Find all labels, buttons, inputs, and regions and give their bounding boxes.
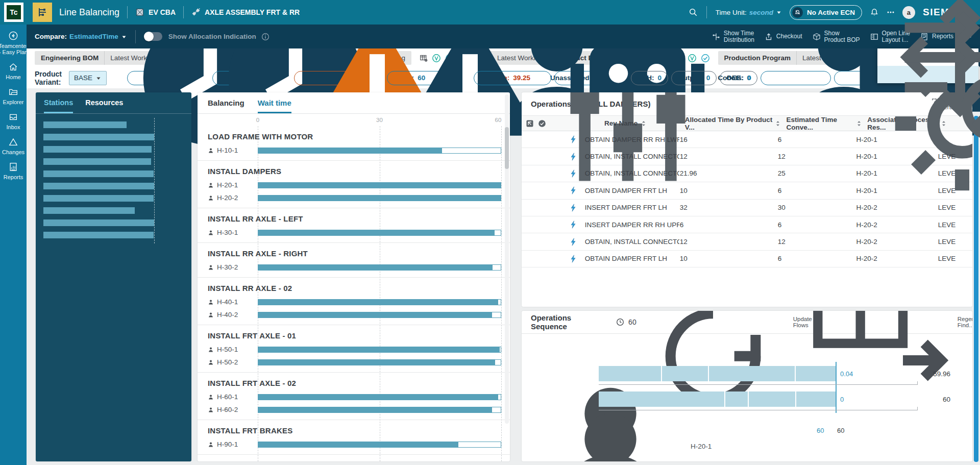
- station-row[interactable]: H-90-1: [208, 438, 510, 451]
- notifications-bell-icon[interactable]: [870, 8, 879, 17]
- menu-item-check-precedence-constraints[interactable]: Check Precedence Constraints: [877, 66, 978, 83]
- station-row[interactable]: H-50-2: [208, 356, 510, 369]
- toolbar-action-checkout[interactable]: Checkout: [765, 33, 802, 41]
- station-row[interactable]: H-20-1: [208, 179, 510, 191]
- tab-wait-time[interactable]: Wait time: [258, 99, 291, 113]
- allocated-time: 10: [680, 255, 778, 262]
- estimated-time: 12: [778, 238, 856, 246]
- header-context-item[interactable]: AXLE ASSEMBLY FRT & RR: [191, 8, 300, 17]
- table-row[interactable]: INSERT DAMPER RR RH UPR 6 6 H-20-2 LEVE: [522, 216, 972, 233]
- product-variant-value: BASE: [74, 74, 92, 82]
- operation-segment[interactable]: [599, 391, 725, 407]
- select-all-button[interactable]: [526, 119, 538, 128]
- wait-time-bar: [258, 148, 501, 154]
- header-context: EV CBAAXLE ASSEMBLY FRT & RR: [135, 6, 300, 18]
- person-icon: [208, 148, 214, 154]
- line-balancing-app: Tc Line Balancing EV CBAAXLE ASSEMBLY FR…: [0, 0, 980, 465]
- operation-group-name: INSTALL FRT SUSPENSION - 01: [208, 461, 510, 461]
- time-unit-label: Time Unit:: [716, 9, 747, 16]
- operation-name: INSERT DAMPER RR RH UPR: [585, 221, 679, 229]
- right-pane-scrollbar[interactable]: [974, 116, 978, 462]
- operation-group: INSTALL FRT SUSPENSION - 01: [198, 455, 510, 461]
- station-row[interactable]: H-50-1: [208, 343, 510, 356]
- estimated-time: 30: [778, 204, 856, 211]
- operation-segment[interactable]: [725, 391, 749, 407]
- station-load-bar[interactable]: [43, 134, 154, 140]
- sidebar-item-reports[interactable]: Reports: [0, 162, 27, 180]
- operation-segment[interactable]: [662, 366, 709, 381]
- wait-time-bar: [258, 195, 501, 201]
- table-row[interactable]: OBTAIN, INSTALL CONNECTOR D... 12 12 H-2…: [522, 233, 972, 250]
- station-row[interactable]: H-40-1: [208, 296, 510, 308]
- person-icon: [208, 347, 214, 353]
- station-row[interactable]: H-60-1: [208, 390, 510, 403]
- balancing-scrollbar[interactable]: [505, 94, 509, 424]
- station-row[interactable]: H-30-1: [208, 226, 510, 239]
- allocation-indication-toggle[interactable]: [144, 32, 162, 41]
- station-row[interactable]: H-60-2: [208, 403, 510, 416]
- search-icon[interactable]: [689, 8, 698, 17]
- station-load-bar[interactable]: [43, 195, 154, 202]
- sidebar-item-home[interactable]: Home: [0, 62, 27, 80]
- time-unit-selector[interactable]: Time Unit: second: [716, 9, 782, 16]
- person-icon: [208, 407, 214, 413]
- ecn-status-badge[interactable]: No Active ECN: [790, 5, 862, 20]
- kpi-pill-operators: Operators: 16: [474, 71, 551, 85]
- station-row[interactable]: H-30-2: [208, 261, 510, 274]
- context-label: AXLE ASSEMBLY FRT & RR: [205, 8, 300, 16]
- sidebar-item-explorer[interactable]: Explorer: [0, 87, 27, 105]
- station-row[interactable]: H-10-1: [208, 144, 510, 157]
- station-row[interactable]: H-40-2: [208, 308, 510, 321]
- operation-segment[interactable]: [749, 391, 796, 407]
- operation-segment[interactable]: [709, 366, 796, 381]
- mixer-icon: [551, 92, 704, 200]
- station-load-bar[interactable]: [43, 121, 127, 128]
- product-variant-select[interactable]: BASE: [69, 71, 107, 85]
- station-load-bar[interactable]: [43, 158, 151, 165]
- station-id: H-60-2: [217, 406, 238, 413]
- sidebar-item-changes[interactable]: Changes: [0, 137, 27, 155]
- column-header-rev-name[interactable]: Rev Name: [566, 119, 684, 127]
- associated-resource: H-20-2: [856, 221, 938, 229]
- operation-group: INSTALL RR AXLE - 02 H-40-1 H-40-2: [198, 278, 510, 325]
- operation-segment[interactable]: [599, 366, 662, 381]
- chevron-down-icon: [121, 34, 127, 40]
- table-row[interactable]: OBTAIN DAMPER FRT LH 10 6 H-20-2 LEVE: [522, 251, 972, 267]
- bolt-icon: [569, 204, 577, 212]
- compare-dropdown[interactable]: Compare: EstimatedTime: [35, 33, 127, 40]
- kpi-value: 0: [706, 74, 710, 82]
- station-load-bar[interactable]: [43, 232, 154, 238]
- operation-segment[interactable]: [796, 391, 836, 407]
- station-load-bar[interactable]: [43, 146, 152, 153]
- tab-resources[interactable]: Resources: [85, 99, 123, 113]
- station-load-bar[interactable]: [43, 207, 135, 214]
- tab-balancing[interactable]: Balancing: [208, 99, 244, 113]
- wait-time-bar: [258, 359, 501, 365]
- station-load-bar[interactable]: [43, 219, 154, 226]
- inbox-icon: [8, 112, 18, 122]
- info-icon[interactable]: [261, 33, 270, 41]
- toolbar-action-showtime-distribution[interactable]: Show TimeDistribution: [712, 30, 754, 43]
- sidebar-item-teamcenter-easy-plan[interactable]: Teamcenter - Easy Plan: [0, 31, 27, 55]
- wait-time-bar: [258, 264, 501, 271]
- check-all-button[interactable]: [538, 119, 551, 128]
- station-load-bar[interactable]: [43, 183, 154, 189]
- column-header-estimated-time[interactable]: Estimated Time Conve...: [786, 116, 867, 131]
- distribution-icon: [712, 33, 720, 41]
- operation-segment[interactable]: [796, 366, 835, 381]
- table-row[interactable]: INSERT DAMPER FRT LH 32 30 H-20-2 LEVE: [522, 200, 972, 216]
- page-title: Line Balancing: [59, 7, 119, 18]
- sidebar-item-inbox[interactable]: Inbox: [0, 112, 27, 130]
- toolbar-action-show-productbop[interactable]: ShowProduct BOP: [813, 30, 860, 43]
- tab-stations[interactable]: Stations: [44, 99, 73, 113]
- station-row[interactable]: H-20-2: [208, 191, 510, 204]
- sort-icon: [641, 120, 647, 127]
- bolt-icon: [569, 186, 577, 194]
- station-load-bar[interactable]: [43, 170, 154, 177]
- wait-time-bar: [258, 407, 501, 413]
- teamcenter-logo[interactable]: Tc: [4, 3, 23, 22]
- header-context-item[interactable]: EV CBA: [135, 8, 176, 17]
- column-header-allocated-time[interactable]: Allocated Time By Product V...: [685, 116, 787, 131]
- kpi-value: 0: [657, 74, 662, 82]
- column-filter-button[interactable]: [551, 92, 567, 200]
